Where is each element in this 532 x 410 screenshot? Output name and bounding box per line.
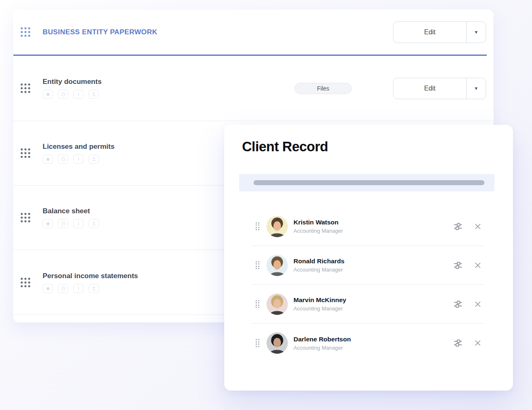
client-card-title: Client Record: [242, 139, 513, 155]
row-title: Balance sheet: [43, 207, 99, 215]
row-badges: [43, 284, 138, 293]
clock-icon[interactable]: [58, 219, 68, 228]
adjustments-icon: [453, 338, 463, 348]
caret-down-icon: ▾: [475, 85, 478, 91]
client-record-card: Client Record Kristin Watson: [224, 125, 513, 391]
drag-handle-icon[interactable]: [21, 213, 30, 222]
row-badges: [43, 155, 115, 164]
person-role: Accounting Manager: [294, 305, 346, 312]
info-icon[interactable]: [73, 284, 84, 293]
close-icon: [473, 222, 482, 231]
clock-icon[interactable]: [58, 90, 68, 99]
avatar: [266, 216, 288, 237]
person-row: Ronald Richards Accounting Manager: [252, 246, 484, 285]
row-text: Entity documents: [43, 78, 102, 99]
person-text: Darlene Robertson Accounting Manager: [294, 336, 351, 351]
drag-handle-icon[interactable]: [256, 222, 259, 231]
edit-button[interactable]: Edit: [393, 22, 466, 43]
person-row: Kristin Watson Accounting Manager: [252, 207, 484, 246]
user-icon[interactable]: [89, 219, 99, 228]
people-list: Kristin Watson Accounting Manager: [252, 207, 484, 362]
adjustments-icon: [453, 221, 463, 232]
adjustments-icon: [453, 299, 463, 310]
caret-down-icon: ▾: [475, 29, 478, 35]
person-role: Accounting Manager: [294, 228, 343, 234]
person-text: Ronald Richards Accounting Manager: [294, 257, 345, 273]
drag-handle-icon[interactable]: [256, 261, 259, 269]
drag-handle-icon[interactable]: [256, 300, 259, 308]
user-icon[interactable]: [89, 90, 99, 99]
adjustments-button[interactable]: [452, 220, 464, 233]
user-icon[interactable]: [89, 155, 99, 164]
person-role: Accounting Manager: [294, 345, 351, 351]
page-background: BUSINESS ENTITY PAPERWORK Edit ▾ Entity …: [0, 0, 532, 410]
person-name: Marvin McKinney: [294, 296, 346, 304]
files-button[interactable]: Files: [295, 83, 352, 94]
scroll-track: [239, 174, 494, 191]
row-title: Entity documents: [43, 78, 102, 86]
remove-person-button[interactable]: [472, 298, 484, 310]
avatar: [266, 293, 288, 315]
row-edit-split-button: Edit ▾: [393, 78, 486, 99]
clock-icon[interactable]: [58, 155, 68, 164]
adjustments-icon: [453, 260, 463, 271]
close-icon: [473, 300, 482, 309]
star-icon[interactable]: [43, 90, 53, 99]
scrollbar-thumb[interactable]: [254, 180, 484, 185]
star-icon[interactable]: [43, 219, 53, 228]
info-icon[interactable]: [73, 90, 84, 99]
remove-person-button[interactable]: [472, 337, 484, 349]
row-text: Licenses and permits: [43, 143, 115, 164]
row-text: Personal income statements: [43, 272, 138, 293]
row-badges: [43, 219, 99, 228]
row-badges: [43, 90, 102, 99]
row-title: Licenses and permits: [43, 143, 115, 151]
drag-handle-icon[interactable]: [21, 27, 30, 37]
drag-handle-icon[interactable]: [21, 278, 30, 287]
person-role: Accounting Manager: [294, 267, 345, 273]
remove-person-button[interactable]: [472, 220, 484, 233]
drag-handle-icon[interactable]: [256, 339, 259, 347]
clock-icon[interactable]: [58, 284, 68, 293]
person-text: Marvin McKinney Accounting Manager: [294, 296, 346, 312]
info-icon[interactable]: [73, 219, 84, 228]
edit-dropdown-button[interactable]: ▾: [466, 22, 486, 43]
person-name: Kristin Watson: [294, 219, 343, 226]
avatar: [266, 332, 288, 354]
paperwork-row-entity-documents: Entity documents Files: [13, 56, 494, 121]
person-row: Darlene Robertson Accounting Manager: [252, 324, 484, 362]
row-title: Personal income statements: [43, 272, 138, 280]
user-icon[interactable]: [89, 284, 99, 293]
avatar: [266, 255, 288, 276]
drag-handle-icon[interactable]: [21, 148, 30, 158]
adjustments-button[interactable]: [452, 259, 464, 272]
remove-person-button[interactable]: [472, 259, 484, 272]
person-row: Marvin McKinney Accounting Manager: [252, 285, 484, 324]
info-icon[interactable]: [73, 155, 84, 164]
person-name: Ronald Richards: [294, 257, 345, 265]
row-text: Balance sheet: [43, 207, 99, 228]
edit-dropdown-button[interactable]: ▾: [466, 78, 486, 99]
adjustments-button[interactable]: [452, 298, 464, 310]
adjustments-button[interactable]: [452, 337, 464, 349]
close-icon: [473, 338, 482, 348]
drag-handle-icon[interactable]: [21, 83, 30, 93]
person-text: Kristin Watson Accounting Manager: [294, 219, 343, 234]
star-icon[interactable]: [43, 284, 53, 293]
paperwork-header: BUSINESS ENTITY PAPERWORK Edit ▾: [13, 10, 494, 55]
person-name: Darlene Robertson: [294, 336, 351, 343]
edit-button[interactable]: Edit: [393, 78, 466, 99]
star-icon[interactable]: [43, 155, 53, 164]
header-edit-split-button: Edit ▾: [393, 21, 486, 43]
close-icon: [473, 261, 482, 270]
paperwork-title: BUSINESS ENTITY PAPERWORK: [43, 28, 157, 36]
